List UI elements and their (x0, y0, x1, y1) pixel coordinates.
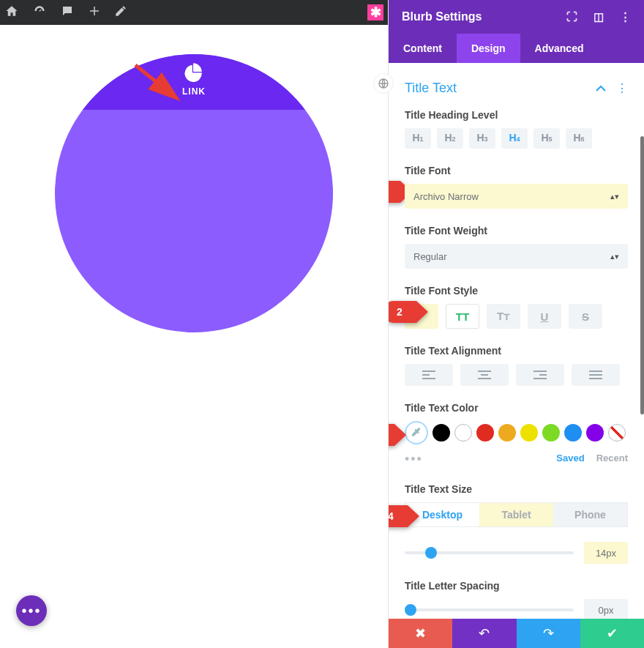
size-label: Title Text Size (405, 483, 628, 495)
expand-icon[interactable]: ⛶ (566, 10, 577, 23)
callout-1: 1 (389, 181, 400, 203)
device-tablet[interactable]: Tablet (479, 502, 553, 527)
swatch-white[interactable] (454, 424, 472, 442)
titlecase-button[interactable]: Tᴛ (487, 304, 520, 329)
kebab-icon[interactable]: ⋮ (620, 10, 631, 23)
underline-button[interactable]: U (528, 304, 561, 329)
section-label: Title Text (405, 81, 457, 96)
callout-4: 4 (389, 505, 408, 527)
select-arrows-icon: ▴▾ (610, 254, 619, 259)
admin-bar: ✱ (0, 0, 388, 25)
kebab-icon[interactable]: ⋮ (616, 81, 628, 95)
heading-level-group: H1 H2 H3 H4 H5 H6 (405, 128, 628, 149)
swatch-yellow[interactable] (520, 424, 538, 442)
font-value: Archivo Narrow (413, 191, 479, 202)
swatch-orange[interactable] (498, 424, 516, 442)
tab-design[interactable]: Design (457, 34, 520, 63)
annotation-arrow (132, 62, 183, 105)
panel-tabs: Content Design Advanced (389, 34, 644, 63)
svg-line-0 (135, 65, 172, 94)
font-style-group: TT Tᴛ U S (405, 304, 628, 329)
section-title-text[interactable]: Title Text ⋮ (405, 81, 628, 96)
align-left-button[interactable] (405, 364, 453, 386)
dashboard-icon[interactable] (32, 4, 47, 21)
swatch-red[interactable] (476, 424, 494, 442)
home-icon[interactable] (4, 4, 19, 21)
swatch-blue[interactable] (564, 424, 582, 442)
align-label: Title Text Alignment (405, 345, 628, 357)
recent-tab[interactable]: Recent (596, 453, 628, 463)
strikethrough-button[interactable]: S (569, 304, 602, 329)
pencil-icon[interactable] (114, 4, 127, 21)
uppercase-button[interactable]: TT (446, 304, 479, 329)
pie-chart-icon (183, 62, 205, 83)
panel-header: Blurb Settings ⛶ ◫ ⋮ (389, 0, 644, 34)
device-tabs: Desktop Tablet Phone (405, 502, 628, 527)
align-group (405, 364, 628, 386)
eyedropper-button[interactable] (405, 421, 428, 444)
plus-icon[interactable] (88, 4, 101, 21)
h3-button[interactable]: H3 (469, 128, 495, 149)
heading-level-label: Title Heading Level (405, 109, 628, 121)
spacing-label: Title Letter Spacing (405, 580, 628, 592)
callout-2: 2 (389, 301, 416, 323)
select-arrows-icon: ▴▾ (610, 194, 619, 199)
weight-select[interactable]: Regular ▴▾ (405, 244, 628, 269)
font-label: Title Font (405, 165, 628, 176)
blurb-title: LINK (182, 86, 206, 97)
saved-tab[interactable]: Saved (556, 453, 584, 463)
color-label: Title Text Color (405, 402, 628, 414)
tab-content[interactable]: Content (389, 34, 457, 63)
align-right-button[interactable] (516, 364, 564, 386)
branding-badge[interactable]: ✱ (367, 4, 383, 21)
panel-title: Blurb Settings (402, 10, 482, 23)
chevron-up-icon[interactable] (596, 82, 606, 95)
canvas: LINK ••• (0, 25, 388, 648)
sidebar-toggle-icon[interactable]: ◫ (594, 10, 604, 23)
redo-button[interactable]: ↷ (517, 619, 580, 648)
blurb-module[interactable]: LINK (55, 54, 333, 332)
align-center-button[interactable] (460, 364, 509, 386)
font-select[interactable]: Archivo Narrow ▴▾ (405, 184, 628, 209)
preview-column: ✱ LINK ••• (0, 0, 388, 648)
settings-panel: Blurb Settings ⛶ ◫ ⋮ Content Design Adva… (388, 0, 644, 648)
builder-fab[interactable]: ••• (16, 595, 47, 626)
blurb-header: LINK (55, 54, 333, 110)
close-button[interactable]: ✖ (389, 619, 452, 648)
tab-advanced[interactable]: Advanced (520, 34, 599, 63)
undo-button[interactable]: ↶ (452, 619, 516, 648)
save-button[interactable]: ✔ (580, 619, 644, 648)
callout-3: 3 (389, 424, 394, 446)
h5-button[interactable]: H5 (533, 128, 560, 149)
more-swatches[interactable]: ••• (405, 452, 423, 467)
color-swatches (405, 421, 628, 444)
comment-icon[interactable] (60, 4, 75, 21)
h4-button[interactable]: H4 (501, 128, 528, 149)
h2-button[interactable]: H2 (437, 128, 463, 149)
swatch-green[interactable] (542, 424, 560, 442)
weight-label: Title Font Weight (405, 225, 628, 237)
scrollbar[interactable] (640, 136, 644, 414)
weight-value: Regular (413, 251, 447, 262)
spacing-value[interactable]: 0px (584, 599, 628, 619)
h6-button[interactable]: H6 (566, 128, 592, 149)
swatch-black[interactable] (433, 424, 450, 442)
swatch-none[interactable] (608, 424, 626, 442)
device-phone[interactable]: Phone (553, 502, 628, 527)
size-slider[interactable] (405, 551, 574, 554)
panel-body: Title Text ⋮ Title Heading Level H1 H2 H… (389, 63, 644, 619)
size-value[interactable]: 14px (584, 542, 628, 564)
align-justify-button[interactable] (572, 364, 620, 386)
spacing-slider[interactable] (405, 608, 574, 611)
h1-button[interactable]: H1 (405, 128, 431, 149)
style-label: Title Font Style (405, 285, 628, 297)
swatch-purple[interactable] (586, 424, 604, 442)
action-bar: ✖ ↶ ↷ ✔ (389, 619, 644, 648)
